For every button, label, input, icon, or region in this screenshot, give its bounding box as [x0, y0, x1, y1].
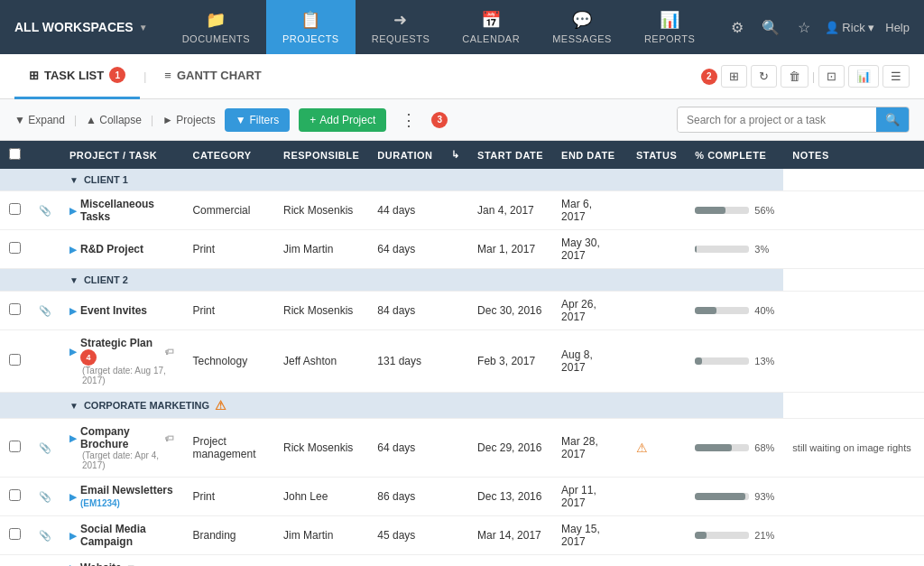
tab-badge-2: 2 — [701, 69, 717, 85]
row-checkbox[interactable] — [9, 489, 21, 501]
group-expand-icon[interactable]: ▼ — [69, 275, 79, 285]
row-category: Commercial — [183, 191, 274, 230]
col-status: STATUS — [627, 141, 686, 169]
row-expand-arrow[interactable]: ▶ — [69, 306, 77, 316]
filters-label: Filters — [250, 114, 280, 126]
row-checkbox-cell[interactable] — [0, 292, 30, 330]
collapse-link[interactable]: ▲ Collapse — [86, 114, 142, 126]
nav-item-requests[interactable]: ➜ REQUESTS — [356, 0, 447, 54]
nav-label-messages: MESSAGES — [552, 33, 612, 44]
row-responsible: Jim Martin — [274, 516, 368, 555]
row-checkbox-cell[interactable] — [0, 478, 30, 516]
row-checkbox[interactable] — [9, 242, 21, 254]
row-pin-cell — [30, 330, 60, 393]
toolbar-grid-btn[interactable]: ⊡ — [818, 65, 845, 88]
row-name-cell: ▶ Website 🏷 (Target date: Jun 5, 2017) — [60, 555, 183, 567]
group-expand-icon[interactable]: ▼ — [69, 175, 79, 185]
row-pct-complete: 13% — [686, 330, 783, 393]
row-checkbox[interactable] — [9, 441, 21, 452]
row-checkbox-cell[interactable] — [0, 191, 30, 230]
row-pct-complete: 9% — [686, 555, 783, 567]
table-row: ▶ Strategic Plan 4 🏷 (Target date: Aug 1… — [0, 330, 924, 393]
toolbar-list-btn[interactable]: ☰ — [882, 65, 910, 88]
tab-gantt-label: GANTT CHART — [177, 69, 262, 82]
row-subtitle: (Target date: Apr 4, 2017) — [69, 450, 174, 470]
row-start-date: Feb 1, 2017 — [468, 555, 552, 567]
gear-button[interactable]: ⚙ — [727, 15, 747, 40]
row-end-date: Apr 11, 2017 — [552, 478, 627, 516]
expand-link[interactable]: ▼ Expand — [14, 114, 65, 126]
nav-item-documents[interactable]: 📁 DOCUMENTS — [166, 0, 266, 54]
group-row: ▼ CLIENT 1 — [0, 169, 924, 191]
row-checkbox-cell[interactable] — [0, 330, 30, 393]
row-link-col — [442, 516, 469, 555]
group-row: ▼ CLIENT 2 — [0, 269, 924, 292]
col-link: ↳ — [442, 141, 469, 169]
tab-gantt-chart[interactable]: ≡ GANTT CHART — [150, 54, 275, 99]
progress-bar-fill — [695, 207, 725, 214]
user-menu[interactable]: 👤 Rick ▾ — [825, 21, 875, 34]
row-responsible: Jim Martin — [274, 230, 368, 269]
search-input[interactable] — [678, 108, 876, 132]
col-pct-complete: % COMPLETE — [686, 141, 783, 169]
table-row: ▶ Website 🏷 (Target date: Jun 5, 2017) D… — [0, 555, 924, 567]
search-submit-button[interactable]: 🔍 — [876, 107, 909, 132]
row-pin-cell: 📎 — [30, 478, 60, 516]
search-wrap: 🔍 — [677, 107, 910, 133]
row-notes — [783, 230, 924, 269]
row-end-date: Mar 6, 2017 — [552, 191, 627, 230]
add-project-button[interactable]: + Add Project — [299, 108, 386, 132]
nav-item-messages[interactable]: 💬 MESSAGES — [536, 0, 628, 54]
nav-label-calendar: CALENDAR — [462, 33, 520, 44]
tab-task-list[interactable]: ⊞ TASK LIST 1 — [14, 54, 140, 99]
progress-bar-fill — [695, 357, 702, 365]
row-expand-arrow[interactable]: ▶ — [69, 492, 77, 502]
row-duration: 44 days — [368, 191, 441, 230]
toolbar-copy-btn[interactable]: ⊞ — [721, 65, 747, 88]
row-checkbox-cell[interactable] — [0, 555, 30, 567]
projects-link[interactable]: ► Projects — [162, 114, 216, 126]
row-pin-cell: 📎 — [30, 516, 60, 555]
row-checkbox[interactable] — [9, 354, 21, 366]
row-pct-complete: 93% — [686, 478, 783, 516]
toolbar-delete-btn[interactable]: 🗑 — [781, 65, 808, 88]
row-end-date: Apr 26, 2017 — [552, 292, 627, 330]
help-link[interactable]: Help — [885, 21, 910, 34]
row-checkbox[interactable] — [9, 528, 21, 540]
row-name: R&D Project — [80, 243, 143, 255]
brand[interactable]: ALL WORKSPACES ▼ — [14, 20, 148, 34]
row-warn-icon: ⚠ — [636, 441, 648, 455]
row-expand-arrow[interactable]: ▶ — [69, 347, 77, 357]
row-checkbox[interactable] — [9, 303, 21, 315]
toolbar-excel-btn[interactable]: 📊 — [848, 65, 879, 88]
row-name: Strategic Plan 4 — [80, 337, 162, 366]
nav-item-calendar[interactable]: 📅 CALENDAR — [446, 0, 536, 54]
nav-item-reports[interactable]: 📊 REPORTS — [628, 0, 711, 54]
row-checkbox[interactable] — [9, 203, 21, 215]
row-expand-arrow[interactable]: ▶ — [69, 531, 77, 541]
row-checkbox-cell[interactable] — [0, 230, 30, 269]
row-expand-arrow[interactable]: ▶ — [69, 245, 77, 255]
row-checkbox-cell[interactable] — [0, 516, 30, 555]
row-name-cell: ▶ Strategic Plan 4 🏷 (Target date: Aug 1… — [60, 330, 183, 393]
more-options-button[interactable]: ⋮ — [395, 108, 422, 132]
row-expand-arrow[interactable]: ▶ — [69, 206, 77, 216]
row-checkbox-cell[interactable] — [0, 419, 30, 478]
search-button[interactable]: 🔍 — [758, 15, 783, 40]
nav-item-projects[interactable]: 📋 PROJECTS — [266, 0, 356, 54]
row-status — [627, 516, 686, 555]
task-table: PROJECT / TASK CATEGORY RESPONSIBLE DURA… — [0, 141, 924, 566]
row-expand-arrow[interactable]: ▶ — [69, 433, 77, 443]
table-row: 📎 ▶ Event Invites Print Rick Mosenkis 84… — [0, 292, 924, 330]
select-all-checkbox[interactable] — [9, 148, 21, 160]
star-button[interactable]: ☆ — [794, 15, 814, 40]
row-link-col — [442, 292, 469, 330]
badge-3: 3 — [431, 112, 448, 128]
nav-right: ⚙ 🔍 ☆ 👤 Rick ▾ Help — [727, 15, 910, 40]
row-expand-arrow[interactable]: ▶ — [69, 563, 77, 567]
group-expand-icon[interactable]: ▼ — [69, 401, 79, 411]
filters-button[interactable]: ▼ Filters — [225, 108, 291, 132]
toolbar-refresh-btn[interactable]: ↻ — [751, 65, 777, 88]
row-responsible: Jeff Ashton — [274, 330, 368, 393]
row-end-date: Aug 8, 2017 — [552, 330, 627, 393]
